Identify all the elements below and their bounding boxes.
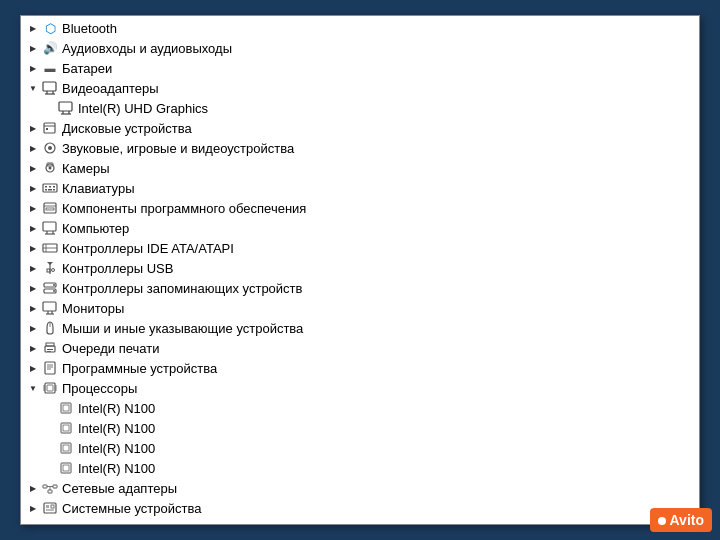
svg-rect-70 (43, 485, 47, 488)
tree-item-ide[interactable]: Контроллеры IDE ATA/ATAPI (21, 238, 699, 258)
svg-rect-10 (46, 128, 48, 130)
tree-item-audio[interactable]: 🔊Аудиовходы и аудиовыходы (21, 38, 699, 58)
item-label: Компоненты программного обеспечения (62, 201, 306, 216)
chevron-right-icon[interactable] (25, 120, 41, 136)
tree-item-system[interactable]: Системные устройства (21, 498, 699, 518)
tree-item-components[interactable]: Компоненты программного обеспечения (21, 198, 699, 218)
svg-rect-41 (43, 302, 56, 311)
tree-item-printer[interactable]: Очереди печати (21, 338, 699, 358)
processor-icon (41, 380, 59, 396)
tree-item-display[interactable]: Видеоадаптеры (21, 78, 699, 98)
mouse-icon (41, 320, 59, 336)
chevron-right-icon[interactable] (25, 360, 41, 376)
tree-item-keyboard[interactable]: Клавиатуры (21, 178, 699, 198)
chevron-right-icon[interactable] (25, 500, 41, 516)
svg-point-40 (53, 290, 55, 292)
svg-rect-4 (59, 102, 72, 111)
tree-item-softdevices[interactable]: Программные устройства (21, 358, 699, 378)
svg-rect-55 (47, 385, 53, 391)
tree-item-monitors[interactable]: Мониторы (21, 298, 699, 318)
svg-rect-62 (61, 403, 71, 413)
item-label: Intel(R) N100 (78, 421, 155, 436)
tree-item-n100-1[interactable]: Intel(R) N100 (21, 398, 699, 418)
svg-rect-19 (53, 186, 55, 188)
storage-icon (41, 280, 59, 296)
tree-item-intel-graphics[interactable]: Intel(R) UHD Graphics (21, 98, 699, 118)
svg-rect-77 (51, 505, 54, 508)
svg-rect-66 (61, 443, 71, 453)
keyboard-icon (41, 180, 59, 196)
tree-item-n100-3[interactable]: Intel(R) N100 (21, 438, 699, 458)
item-label: Сетевые адаптеры (62, 481, 177, 496)
svg-rect-64 (61, 423, 71, 433)
svg-rect-68 (61, 463, 71, 473)
chevron-down-icon[interactable] (25, 380, 41, 396)
chevron-right-icon[interactable] (25, 140, 41, 156)
chevron-right-icon[interactable] (25, 60, 41, 76)
svg-rect-22 (53, 189, 55, 191)
tree-item-computer[interactable]: Компьютер (21, 218, 699, 238)
tree-item-bluetooth[interactable]: ⬡Bluetooth (21, 18, 699, 38)
item-label: Процессоры (62, 381, 137, 396)
chevron-right-icon[interactable] (25, 160, 41, 176)
svg-rect-76 (46, 505, 49, 508)
tree-item-battery[interactable]: ▬Батареи (21, 58, 699, 78)
tree-item-processors[interactable]: Процессоры (21, 378, 699, 398)
usb-icon (41, 260, 59, 276)
tree-item-camera[interactable]: Камеры (21, 158, 699, 178)
svg-rect-47 (46, 343, 54, 346)
svg-rect-25 (46, 208, 54, 210)
svg-rect-18 (49, 186, 51, 188)
intel-icon (57, 100, 75, 116)
chevron-right-icon[interactable] (25, 40, 41, 56)
device-tree[interactable]: ⬡Bluetooth🔊Аудиовходы и аудиовыходы▬Бата… (21, 16, 699, 524)
network-icon (41, 480, 59, 496)
disk-icon (41, 120, 59, 136)
tree-item-n100-4[interactable]: Intel(R) N100 (21, 458, 699, 478)
svg-point-12 (48, 146, 52, 150)
chevron-right-icon[interactable] (25, 180, 41, 196)
monitor-icon (41, 300, 59, 316)
chevron-right-icon[interactable] (25, 200, 41, 216)
item-label: Очереди печати (62, 341, 160, 356)
cpu-icon (57, 420, 75, 436)
device-manager-window: ⬡Bluetooth🔊Аудиовходы и аудиовыходы▬Бата… (20, 15, 700, 525)
tree-item-n100-2[interactable]: Intel(R) N100 (21, 418, 699, 438)
svg-rect-16 (43, 184, 57, 192)
cpu-icon (57, 400, 75, 416)
chevron-right-icon[interactable] (25, 340, 41, 356)
chevron-right-icon[interactable] (25, 300, 41, 316)
item-label: Дисковые устройства (62, 121, 192, 136)
tree-item-disk[interactable]: Дисковые устройства (21, 118, 699, 138)
audio-icon: 🔊 (41, 40, 59, 56)
svg-rect-8 (44, 123, 55, 133)
avito-badge: Avito (650, 508, 712, 532)
svg-rect-35 (47, 269, 50, 272)
battery-icon: ▬ (41, 60, 59, 76)
svg-marker-34 (47, 262, 53, 265)
bluetooth-icon: ⬡ (41, 20, 59, 36)
item-label: Bluetooth (62, 21, 117, 36)
tree-item-network[interactable]: Сетевые адаптеры (21, 478, 699, 498)
component-icon (41, 200, 59, 216)
computer-icon (41, 220, 59, 236)
tree-item-mouse[interactable]: Мыши и иные указывающие устройства (21, 318, 699, 338)
svg-rect-72 (48, 490, 52, 493)
svg-rect-63 (63, 405, 69, 411)
chevron-right-icon[interactable] (25, 240, 41, 256)
chevron-right-icon[interactable] (25, 220, 41, 236)
item-label: Аудиовходы и аудиовыходы (62, 41, 232, 56)
item-label: Видеоадаптеры (62, 81, 159, 96)
chevron-right-icon[interactable] (25, 280, 41, 296)
tree-item-sound[interactable]: Звуковые, игровые и видеоустройства (21, 138, 699, 158)
tree-item-storage[interactable]: Контроллеры запоминающих устройств (21, 278, 699, 298)
chevron-down-icon[interactable] (25, 80, 41, 96)
chevron-right-icon[interactable] (25, 480, 41, 496)
tree-item-usb[interactable]: Контроллеры USB (21, 258, 699, 278)
cpu-icon (57, 440, 75, 456)
chevron-right-icon[interactable] (25, 260, 41, 276)
item-label: Intel(R) N100 (78, 461, 155, 476)
chevron-right-icon[interactable] (25, 320, 41, 336)
chevron-right-icon[interactable] (25, 20, 41, 36)
camera-icon (41, 160, 59, 176)
